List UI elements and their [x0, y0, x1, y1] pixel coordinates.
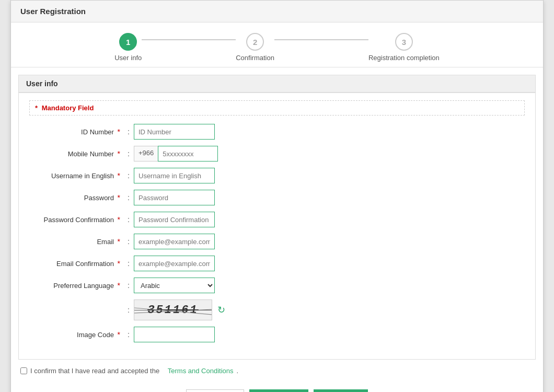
image-code-colon: : — [123, 330, 134, 339]
terms-checkbox[interactable] — [20, 367, 27, 374]
step-3: 3 Registration completion — [368, 33, 440, 62]
section-header: User info — [18, 75, 536, 93]
terms-link[interactable]: Terms and Conditions — [168, 367, 234, 375]
email-confirm-input[interactable] — [134, 256, 215, 271]
captcha-colon: : — [123, 306, 134, 314]
stepper: 1 User info 2 Confirmation 3 Registratio… — [11, 22, 543, 67]
step-1: 1 User info — [114, 33, 142, 62]
email-confirm-label: Email Confirmation * — [29, 259, 123, 268]
terms-suffix: . — [237, 367, 239, 375]
next-button[interactable]: Next — [186, 389, 244, 392]
step-circle-2: 2 — [246, 33, 264, 51]
image-code-input[interactable] — [134, 327, 215, 342]
captcha-image: 351161 — [134, 299, 212, 320]
password-row: Password * : — [29, 190, 525, 205]
step-circle-1: 1 — [119, 33, 137, 51]
modal-container: User Registration 1 User info 2 Confirma… — [10, 0, 544, 392]
image-code-row: Image Code * : — [29, 327, 525, 342]
language-label: Preferred Language * — [29, 281, 123, 290]
mobile-input[interactable] — [158, 146, 218, 162]
captcha-row: : 351161 ↻ — [29, 299, 525, 320]
country-code: +966 — [134, 146, 158, 162]
id-colon: : — [123, 128, 134, 136]
step-label-2: Confirmation — [236, 54, 274, 62]
language-required-star: * — [118, 281, 120, 290]
mandatory-note: * Mandatory Field — [29, 100, 525, 116]
password-confirm-required-star: * — [118, 215, 120, 224]
username-required-star: * — [118, 171, 120, 180]
email-input[interactable] — [134, 234, 215, 249]
step-label-1: User info — [114, 54, 142, 62]
button-row: Next Cancel Clear — [11, 382, 543, 392]
email-row: Email * : — [29, 234, 525, 249]
username-colon: : — [123, 171, 134, 180]
email-colon: : — [123, 237, 134, 246]
cancel-button[interactable]: Cancel — [249, 389, 309, 392]
username-row: Username in English * : — [29, 168, 525, 183]
language-row: Preferred Language * : Arabic English — [29, 278, 525, 293]
step-circle-3: 3 — [395, 33, 413, 51]
mobile-required-star: * — [118, 149, 120, 158]
clear-button[interactable]: Clear — [314, 389, 367, 392]
image-code-label: Image Code * — [29, 330, 123, 339]
email-label: Email * — [29, 237, 123, 246]
email-confirm-required-star: * — [118, 259, 120, 268]
password-label: Password * — [29, 193, 123, 202]
id-number-row: ID Number * : — [29, 124, 525, 140]
captcha-container: 351161 ↻ — [134, 299, 225, 320]
password-confirm-row: Password Confirmation * : — [29, 212, 525, 227]
step-label-3: Registration completion — [368, 54, 440, 62]
id-required-star: * — [118, 128, 120, 136]
mandatory-text: Mandatory Field — [42, 104, 94, 112]
terms-text: I confirm that I have read and accepted … — [30, 367, 159, 375]
username-label: Username in English * — [29, 171, 123, 180]
password-confirm-colon: : — [123, 215, 134, 224]
modal-title: User Registration — [11, 1, 543, 22]
password-confirm-label: Password Confirmation * — [29, 215, 123, 224]
mobile-label: Mobile Number * — [29, 149, 123, 158]
language-colon: : — [123, 281, 134, 290]
email-confirm-row: Email Confirmation * : — [29, 256, 525, 271]
username-input[interactable] — [134, 168, 215, 183]
mandatory-star: * — [35, 104, 38, 112]
form-container: * Mandatory Field ID Number * : Mobile N… — [18, 93, 536, 360]
id-number-input[interactable] — [134, 124, 215, 140]
id-number-label: ID Number * — [29, 128, 123, 136]
terms-row: I confirm that I have read and accepted … — [11, 360, 543, 382]
step-2: 2 Confirmation — [236, 33, 274, 62]
step-line-1 — [142, 39, 236, 40]
image-code-required-star: * — [118, 330, 120, 339]
step-line-2 — [274, 39, 368, 40]
password-confirm-input[interactable] — [134, 212, 215, 227]
password-input[interactable] — [134, 190, 215, 205]
password-required-star: * — [118, 193, 120, 202]
mobile-colon: : — [123, 149, 134, 158]
password-colon: : — [123, 193, 134, 202]
captcha-refresh-button[interactable]: ↻ — [217, 304, 225, 316]
mobile-input-group: +966 — [134, 146, 218, 162]
email-required-star: * — [118, 237, 120, 246]
email-confirm-colon: : — [123, 259, 134, 268]
mobile-row: Mobile Number * : +966 — [29, 146, 525, 162]
language-select[interactable]: Arabic English — [134, 278, 215, 293]
